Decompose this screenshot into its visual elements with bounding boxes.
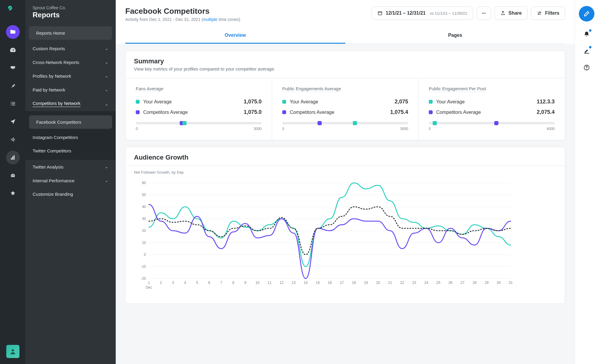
svg-text:13: 13 — [292, 281, 296, 285]
svg-text:16: 16 — [328, 281, 332, 285]
audience-growth-title: Audience Growth — [126, 147, 565, 166]
svg-text:1: 1 — [148, 281, 150, 285]
svg-text:60: 60 — [142, 181, 146, 185]
nav-list-icon[interactable] — [6, 97, 20, 111]
svg-text:12: 12 — [280, 281, 284, 285]
svg-text:25: 25 — [436, 281, 440, 285]
metric-title: Public Engagement Per Post — [429, 86, 486, 92]
svg-point-6 — [482, 13, 483, 14]
square-icon — [136, 110, 140, 114]
svg-text:-20: -20 — [141, 276, 146, 281]
svg-text:3: 3 — [172, 281, 174, 285]
svg-text:29: 29 — [485, 281, 489, 285]
svg-text:8: 8 — [232, 281, 234, 285]
user-avatar[interactable] — [6, 345, 19, 358]
svg-text:-10: -10 — [141, 264, 146, 269]
summary-title: Summary — [134, 57, 556, 65]
svg-point-9 — [540, 12, 541, 13]
chevron-down-icon: ⌄ — [105, 101, 109, 107]
help-icon[interactable] — [582, 63, 591, 72]
svg-text:26: 26 — [448, 281, 453, 285]
chevron-down-icon: ⌄ — [105, 46, 109, 51]
nav-paid-by-network[interactable]: Paid by Network⌄ — [25, 83, 116, 97]
nav-profiles-by-network[interactable]: Profiles by Network⌄ — [25, 69, 116, 83]
square-icon — [136, 100, 140, 104]
svg-point-1 — [11, 175, 12, 176]
svg-text:6: 6 — [208, 281, 210, 285]
svg-point-8 — [485, 13, 486, 14]
metric-range-bar: 03000 — [282, 122, 408, 131]
share-button[interactable]: Share — [495, 7, 527, 20]
compose-button[interactable] — [579, 6, 594, 22]
nav-customize-branding[interactable]: Customize Branding — [25, 187, 116, 201]
filters-button[interactable]: Filters — [531, 7, 565, 20]
nav-star-icon[interactable] — [6, 186, 20, 200]
nav-cross-network[interactable]: Cross-Network Reports⌄ — [25, 55, 116, 69]
svg-text:40: 40 — [142, 205, 146, 209]
nav-gauge-icon[interactable] — [6, 43, 20, 57]
report-tabs: Overview Pages — [125, 28, 565, 44]
sliders-icon — [537, 10, 542, 16]
tab-overview[interactable]: Overview — [125, 28, 345, 44]
main-content: Facebook Competitors Activity from Dec 1… — [116, 0, 575, 364]
svg-text:20: 20 — [142, 229, 146, 233]
svg-point-62 — [586, 68, 587, 69]
svg-text:27: 27 — [460, 281, 465, 285]
svg-text:24: 24 — [424, 281, 428, 285]
nav-pin-icon[interactable] — [6, 79, 20, 93]
sprout-logo-icon[interactable] — [7, 5, 19, 17]
nav-reports-home[interactable]: Reports Home — [29, 26, 112, 40]
nav-competitors-by-network[interactable]: Competitors by Network⌄ — [25, 97, 116, 111]
svg-text:31: 31 — [509, 281, 513, 285]
svg-text:2: 2 — [160, 281, 162, 285]
feedback-icon[interactable] — [582, 47, 591, 55]
svg-rect-5 — [378, 12, 382, 15]
icon-rail — [0, 0, 25, 364]
date-range-button[interactable]: 12/1/21 – 12/31/21vs 11/1/21 – 11/30/21 — [372, 7, 473, 20]
square-icon — [282, 110, 286, 114]
svg-point-7 — [483, 13, 484, 14]
svg-text:30: 30 — [497, 281, 501, 285]
nav-custom-reports[interactable]: Custom Reports⌄ — [25, 42, 116, 55]
svg-point-2 — [13, 175, 14, 176]
org-name: Sprout Coffee Co. — [33, 5, 109, 10]
chevron-down-icon: ⌄ — [105, 73, 109, 79]
svg-text:50: 50 — [142, 193, 146, 197]
page-title: Facebook Competitors — [125, 7, 240, 16]
svg-text:5: 5 — [196, 281, 198, 285]
notifications-icon[interactable] — [582, 30, 591, 38]
nav-analytics-icon[interactable] — [6, 151, 20, 164]
svg-text:0: 0 — [144, 253, 146, 257]
svg-text:20: 20 — [376, 281, 380, 285]
nav-audio-icon[interactable] — [6, 133, 20, 146]
nav-twitter-analysis[interactable]: Twitter Analysis⌄ — [25, 160, 116, 174]
svg-text:22: 22 — [400, 281, 404, 285]
right-rail — [575, 0, 598, 364]
summary-card: Summary View key metrics of your profile… — [125, 51, 565, 140]
subnav-facebook-competitors[interactable]: Facebook Competitors — [29, 115, 112, 129]
nav-bot-icon[interactable] — [6, 169, 20, 182]
subnav-twitter-competitors[interactable]: Twitter Competitors — [25, 144, 116, 157]
audience-growth-chart: -20-100102030405060123456789101112131415… — [134, 180, 514, 293]
svg-text:23: 23 — [412, 281, 417, 285]
svg-text:Dec: Dec — [146, 285, 152, 290]
more-button[interactable] — [477, 7, 491, 20]
square-icon — [429, 110, 433, 114]
tab-pages[interactable]: Pages — [345, 28, 565, 44]
nav-folder-icon[interactable] — [6, 25, 20, 39]
timezones-link[interactable]: multiple — [203, 17, 217, 22]
square-icon — [429, 100, 433, 104]
svg-text:4: 4 — [184, 281, 186, 285]
nav-inbox-icon[interactable] — [6, 61, 20, 75]
metric-0: Fans Average Your Average1,075.0 Competi… — [126, 78, 272, 140]
subnav-instagram-competitors[interactable]: Instagram Competitors — [25, 131, 116, 144]
section-title: Reports — [33, 11, 109, 19]
chevron-down-icon: ⌄ — [105, 164, 109, 169]
nav-send-icon[interactable] — [6, 115, 20, 129]
metric-range-bar: 03000 — [136, 122, 262, 131]
summary-subtitle: View key metrics of your profiles compar… — [134, 66, 556, 71]
svg-text:10: 10 — [142, 241, 146, 245]
nav-internal-performance[interactable]: Internal Performance⌄ — [25, 174, 116, 187]
svg-text:14: 14 — [304, 281, 308, 285]
metric-1: Public Engagements Average Your Average2… — [272, 78, 419, 140]
